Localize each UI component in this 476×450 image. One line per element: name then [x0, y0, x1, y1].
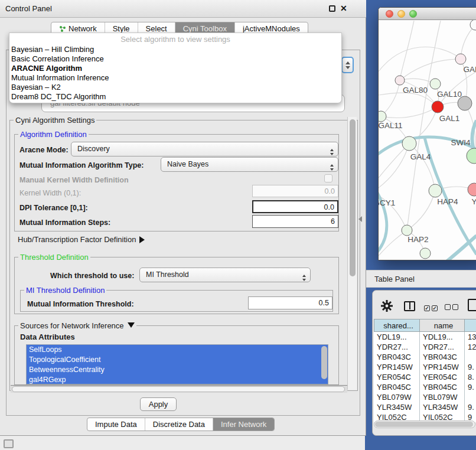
network-node-gal4[interactable] — [402, 136, 416, 151]
node-label: GAL11 — [379, 121, 403, 130]
new-table-icon[interactable] — [468, 299, 476, 311]
algorithm-dropdown-list: Bayesian – Hill ClimbingBasic Correlatio… — [9, 45, 341, 102]
hscrollbar-thumb[interactable] — [12, 386, 345, 392]
network-edge[interactable] — [407, 21, 441, 230]
aracne-mode-combobox[interactable]: Discovery — [71, 142, 338, 156]
dropdown-item[interactable]: ARACNE Algorithm — [9, 64, 341, 73]
manual-kernel-width-checkbox[interactable] — [324, 174, 332, 182]
network-edge[interactable] — [400, 21, 414, 80]
tab-discretize-data[interactable]: Discretize Data — [145, 418, 213, 431]
node-label: HAP4 — [437, 197, 458, 206]
mi-algorithm-type-combobox[interactable]: Naive Bayes — [161, 157, 338, 172]
attribute-item[interactable]: SelfLoops — [27, 345, 328, 355]
dropdown-item[interactable]: Basic Correlation Inference — [9, 54, 341, 64]
column-header[interactable] — [465, 319, 476, 332]
mi-threshold-field[interactable]: 0.5 — [248, 296, 332, 309]
settings-vertical-scrollbar[interactable] — [347, 117, 357, 390]
network-edge[interactable] — [379, 192, 407, 230]
node-label: GAL1 — [439, 114, 460, 123]
network-node-gal[interactable] — [455, 54, 466, 64]
control-panel-titlebar: Control Panel — [0, 0, 366, 18]
network-edge[interactable] — [379, 93, 438, 107]
network-node-hap2[interactable] — [402, 225, 412, 236]
float-window-icon[interactable] — [329, 5, 335, 12]
network-node-y[interactable] — [468, 183, 476, 196]
table-row[interactable]: YBR045CYBR045C9. — [374, 382, 476, 392]
network-node-gal1[interactable] — [432, 101, 444, 113]
dpi-tolerance-field[interactable]: 0.0 — [252, 200, 338, 213]
sources-title[interactable]: Sources for Network Inference — [18, 321, 136, 330]
collapsed-arrow-icon — [139, 236, 145, 243]
close-traffic-light-icon[interactable] — [386, 10, 393, 18]
table-row[interactable]: YPR145WYPR145W9. — [374, 362, 476, 372]
table-cell: YDL19... — [420, 332, 465, 342]
network-window-titlebar[interactable] — [379, 8, 476, 20]
settings-scrollbar-thumb[interactable] — [350, 119, 356, 276]
dropdown-item[interactable]: Bayesian – K2 — [9, 83, 341, 92]
tab-infer-network[interactable]: Infer Network — [213, 418, 274, 431]
apply-button[interactable]: Apply — [140, 397, 177, 411]
table-row[interactable]: YDR27...YDR27...12 — [374, 342, 476, 352]
cyni-algorithm-settings-title: Cyni Algorithm Settings — [14, 116, 96, 125]
panel-divider-collapse-icon[interactable] — [358, 216, 362, 222]
minimize-traffic-light-icon[interactable] — [397, 10, 405, 18]
column-header[interactable]: name — [420, 319, 465, 332]
which-threshold-combobox[interactable]: MI Threshold — [139, 268, 311, 282]
select-all-checkboxes-icon[interactable]: ✓✓ — [424, 303, 439, 312]
data-attributes-list[interactable]: SelfLoopsTopologicalCoefficientBetweenne… — [26, 344, 328, 384]
hub-definition-expander[interactable]: Hub/Transcription Factor Definition — [18, 235, 145, 244]
attribute-item[interactable]: gal4RGexp — [27, 375, 328, 384]
dropdown-item[interactable]: Dream8 DC_TDC Algorithm — [9, 92, 341, 102]
node-table[interactable]: shared...nameYDL19...YDL19...13YDR27...Y… — [374, 319, 476, 422]
deselect-all-checkboxes-icon[interactable] — [445, 303, 460, 312]
tab-label: Network — [69, 24, 97, 33]
table-row[interactable]: YER054CYER054C8. — [374, 372, 476, 382]
tab-impute-data[interactable]: Impute Data — [87, 418, 145, 431]
mi-threshold-definition-title: MI Threshold Definition — [24, 286, 106, 295]
mi-steps-field[interactable]: 6 — [252, 215, 338, 228]
column-header[interactable]: shared... — [374, 319, 420, 332]
attribute-item[interactable]: TopologicalCoefficient — [27, 355, 328, 365]
table-row[interactable]: YBR043CYBR043C — [374, 352, 476, 362]
algorithm-dropdown-popup: Select algorithm to view settings Bayesi… — [9, 32, 342, 103]
table-cell: YBR045C — [374, 382, 420, 392]
zoom-traffic-light-icon[interactable] — [409, 10, 417, 18]
table-horizontal-scrollbar[interactable] — [374, 420, 475, 428]
network-edge[interactable] — [381, 107, 438, 118]
node-label: GCY1 — [379, 198, 395, 207]
network-node-gal80[interactable] — [395, 76, 405, 85]
network-node[interactable] — [420, 248, 431, 259]
close-icon[interactable]: ✕ — [340, 4, 350, 14]
network-node[interactable] — [470, 20, 476, 30]
dropdown-item[interactable]: Mutual Information Inference — [9, 73, 341, 83]
tab-label: jActiveMNodules — [243, 24, 300, 33]
network-node-gal11[interactable] — [379, 111, 386, 122]
table-row[interactable]: YBL079WYBL079W — [374, 392, 476, 402]
attribute-item[interactable]: BetweennessCentrality — [27, 365, 328, 375]
algorithm-combobox-stepper[interactable] — [341, 57, 354, 73]
expanded-arrow-icon — [128, 322, 135, 328]
table-cell: YBR043C — [374, 352, 420, 362]
kernel-width-field[interactable]: 0.0 — [252, 185, 338, 197]
gear-icon[interactable] — [381, 300, 393, 314]
table-scrollbar-thumb[interactable] — [375, 422, 473, 427]
table-row[interactable]: YDL19...YDL19...13 — [374, 332, 476, 342]
network-node[interactable] — [458, 96, 472, 110]
split-columns-icon[interactable] — [404, 301, 415, 311]
network-edge[interactable] — [381, 80, 400, 116]
settings-horizontal-scrollbar[interactable] — [11, 385, 347, 393]
table-cell: 13 — [465, 332, 476, 342]
collapsed-panel-icon[interactable] — [4, 439, 14, 448]
table-row[interactable]: YLR345WYLR345W9. — [374, 402, 476, 412]
attributes-scrollbar-thumb[interactable] — [321, 346, 327, 379]
dropdown-item[interactable]: Bayesian – Hill Climbing — [9, 45, 341, 54]
network-node-swi4[interactable] — [467, 148, 476, 164]
network-node-hap4[interactable] — [429, 184, 442, 197]
control-panel-title: Control Panel — [5, 4, 52, 13]
mi-algorithm-type-label: Mutual Information Algorithm Type: — [19, 161, 144, 169]
network-node-gal10[interactable] — [430, 79, 441, 89]
node-label: GAL — [463, 65, 476, 74]
network-canvas[interactable]: GALGAL80GAL10GAL1GAL11SWI4GAL4GCY1HAP4YH… — [379, 20, 476, 260]
hub-definition-label: Hub/Transcription Factor Definition — [18, 235, 136, 244]
screen: GALGAL80GAL10GAL1GAL11SWI4GAL4GCY1HAP4YH… — [0, 0, 476, 450]
